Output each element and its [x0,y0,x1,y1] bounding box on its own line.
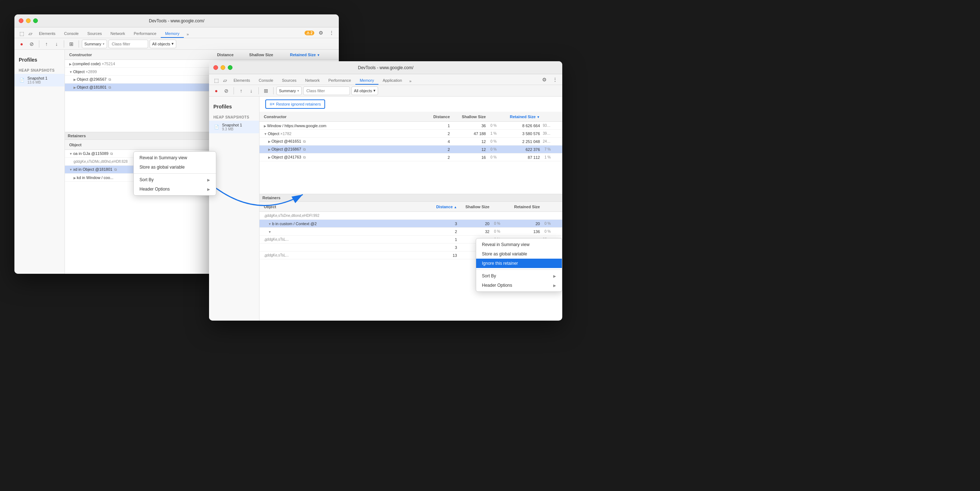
restore-icon: ≡× [270,102,275,106]
ctx-headeropts-1[interactable]: Header Options ▶ [134,184,216,194]
table-row[interactable]: ▼b in custom / Context @2 3 20 0 % 20 0 … [259,220,562,228]
tab-overflow-1[interactable]: » [184,31,192,38]
download-icon-2[interactable]: ↓ [247,86,256,95]
sidebar-1: Profiles HEAP SNAPSHOTS 📄 Snapshot 1 13.… [14,50,65,274]
ret2-dist-2: 2 [426,229,458,234]
c2-retpct-0: 93 % [541,124,552,127]
tab-console-1[interactable]: Console [60,30,83,38]
table-row[interactable]: ▶Window / https://www.google.com 1 36 0 … [259,122,562,130]
sortby-arrow-2: ▶ [553,274,556,278]
c2-dist-0: 1 [422,124,451,128]
inspector-icon-2[interactable]: ⬚ [212,76,221,85]
ret-col-object-1: Object [68,143,213,147]
col-retained-1: Retained Size ▼ [275,52,321,57]
ctx-reveal-1[interactable]: Reveal in Summary view [134,153,216,162]
tab-memory-2[interactable]: Memory [355,77,379,85]
snapshot-item-1[interactable]: 📄 Snapshot 1 13.6 MB [14,74,65,86]
record-icon-2[interactable]: ● [212,86,221,95]
minimize-button-1[interactable] [26,18,31,23]
summary-dropdown-2[interactable]: Summary ▾ [277,86,302,95]
heap-snapshots-title-2: HEAP SNAPSHOTS [209,113,259,121]
stop-icon-1[interactable]: ⊘ [27,40,36,48]
table-row[interactable]: ▶Object @216867 ⧉ 2 12 0 % 622 376 7 % [259,146,562,153]
more-icon-1[interactable]: ⋮ [327,29,336,37]
ctx2-sortby[interactable]: Sort By ▶ [476,271,562,281]
ctx-sortby-1[interactable]: Sort By ▶ [134,175,216,184]
restore-label: Restore ignored retainers [276,102,321,106]
c2-cell-1: ▼Object ×1782 [262,132,422,136]
table-row[interactable]: ▶Object @241763 ⧉ 2 16 0 % 87 112 1 % [259,153,562,161]
class-filter-input-2[interactable] [303,86,350,95]
retainers-header-2: Object Distance ▲ Shallow Size Retained … [259,202,562,212]
ret2-cell-3: ,gddgKe,sTsL... [262,237,426,242]
ctx2-ignore[interactable]: Ignore this retainer [476,259,562,268]
tab-application-2[interactable]: Application [379,77,407,85]
cell-constructor-1: ▼Object ×2899 [68,70,206,74]
warning-badge-1[interactable]: ⚠ 2 [305,31,314,35]
maximize-button-2[interactable] [228,65,232,70]
class-filter-input-1[interactable] [108,40,148,48]
tab-sources-2[interactable]: Sources [278,77,301,85]
close-button-2[interactable] [213,65,218,70]
tab-performance-1[interactable]: Performance [129,30,161,38]
restore-ignored-retainers-button[interactable]: ≡× Restore ignored retainers [265,99,325,109]
ctx2-headeropts[interactable]: Header Options ▶ [476,281,562,290]
summary-arrow-2: ▾ [298,89,299,92]
settings-icon-1[interactable]: ⚙ [317,29,325,37]
table-row[interactable]: ,gddgKe,sTsDne,dtlond,eHDFl:992 [259,212,562,220]
all-objects-dropdown-2[interactable]: All objects ▾ [352,86,378,95]
download-icon-1[interactable]: ↓ [52,40,61,48]
filter-icon-1[interactable]: ⊞ [67,40,76,48]
sep-1a [39,40,39,48]
tab-overflow-2[interactable]: » [406,78,414,85]
summary-label-1: Summary [84,42,101,46]
ctx-store-1[interactable]: Store as global variable [134,162,216,172]
table-row[interactable]: ▼Object ×1782 2 47 188 1 % 3 580 576 39 … [259,130,562,138]
inspector-icon[interactable]: ⬚ [17,29,26,38]
maximize-button-1[interactable] [33,18,38,23]
ret2-dist-4: 3 [426,245,458,249]
settings-icon-2[interactable]: ⚙ [540,75,549,84]
c2-sh-0: 36 [451,124,487,128]
tab-performance-2[interactable]: Performance [324,77,355,85]
device-icon-2[interactable]: ▱ [221,76,229,85]
close-button-1[interactable] [19,18,24,23]
tab-memory-1[interactable]: Memory [161,30,184,38]
ret2-cell-1: ▼b in custom / Context @2 [262,222,426,226]
upload-icon-1[interactable]: ↑ [42,40,51,48]
filter-icon-2[interactable]: ⊞ [262,86,270,95]
tab-console-2[interactable]: Console [255,77,278,85]
summary-dropdown-1[interactable]: Summary ▾ [82,40,107,48]
table-row[interactable]: ▶Object @461651 ⧉ 4 12 0 % 2 251 048 24 … [259,138,562,146]
record-icon-1[interactable]: ● [17,40,26,48]
table-row[interactable]: ▼ 2 32 0 % 136 0 % [259,228,562,235]
snapshot-item-2[interactable]: 📄 Snapshot 1 9.3 MB [209,121,259,133]
ctx2-reveal[interactable]: Reveal in Summary view [476,240,562,249]
col-constructor-2: Constructor [262,114,422,119]
ret2-sh-2: 32 [458,229,491,234]
c2-dist-4: 2 [422,155,451,160]
tab-sources-1[interactable]: Sources [83,30,106,38]
tab-bar-2: ⬚ ▱ Elements Console Sources Network Per… [209,74,562,85]
window-title-1: DevTools - www.google.com/ [149,18,204,24]
sep-2a [234,87,234,94]
all-objects-dropdown-1[interactable]: All objects ▾ [150,40,176,48]
tab-elements-2[interactable]: Elements [229,77,255,85]
tab-settings-1: ⚠ 2 ⚙ ⋮ [305,29,336,38]
device-icon[interactable]: ▱ [26,29,35,38]
retainers-section-2: Retainers [259,194,562,202]
tab-elements-1[interactable]: Elements [35,30,60,38]
sidebar-2: Profiles HEAP SNAPSHOTS 📄 Snapshot 1 9.3… [209,97,259,321]
ctx2-store[interactable]: Store as global variable [476,249,562,259]
tab-network-1[interactable]: Network [106,30,129,38]
col-retained-2: Retained Size ▼ [498,114,541,119]
upload-icon-2[interactable]: ↑ [237,86,245,95]
ret2-cell-2: ▼ [262,229,426,234]
more-icon-2[interactable]: ⋮ [551,75,559,84]
tab-network-2[interactable]: Network [301,77,324,85]
c2-cell-2: ▶Object @461651 ⧉ [262,139,422,144]
summary-label-2: Summary [279,89,296,93]
stop-icon-2[interactable]: ⊘ [222,86,231,95]
snapshot-info-1: Snapshot 1 13.6 MB [27,76,48,84]
minimize-button-2[interactable] [221,65,225,70]
